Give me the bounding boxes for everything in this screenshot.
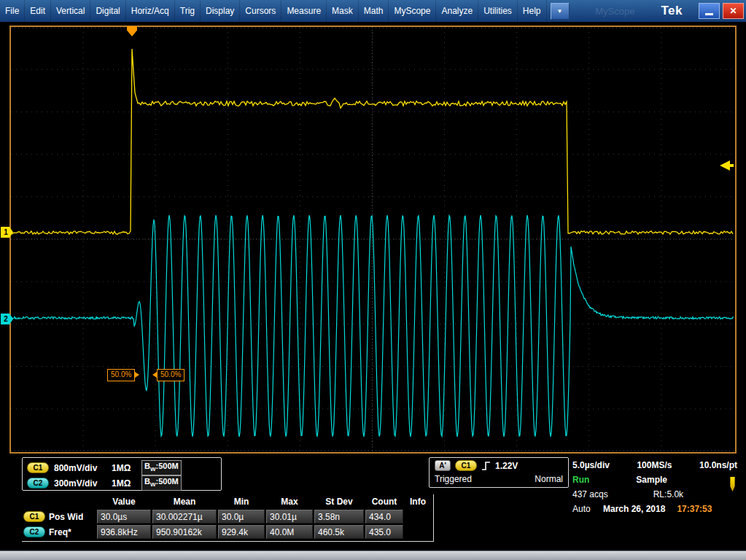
waveform-display: [11, 27, 734, 451]
timebase-row: 5.0µs/div 100MS/s 10.0ns/pt: [572, 458, 737, 472]
meas-cell: 30.0µs: [97, 510, 151, 524]
menu-myscope[interactable]: MyScope: [389, 0, 436, 22]
ch2-impedance: 1MΩ: [112, 478, 136, 489]
meas-cell: 936.8kHz: [97, 525, 151, 539]
meas-info-cell: [405, 525, 431, 539]
close-icon: ✕: [729, 6, 737, 16]
measurement-name: Pos Wid: [49, 512, 83, 522]
menu-measure[interactable]: Measure: [281, 0, 327, 22]
meas-cell: 950.90162k: [152, 525, 217, 539]
minimize-icon: [705, 13, 713, 15]
ref-level-flag-right: 50.0%: [157, 369, 184, 381]
ch2-bandwidth-badge: BW:500M: [141, 475, 182, 491]
trigger-level: 1.22V: [495, 461, 518, 471]
trigger-readout-box[interactable]: A' C1 1.22V Triggered Normal: [429, 457, 569, 488]
menu-trig[interactable]: Trig: [175, 0, 201, 22]
header-blank: [22, 494, 96, 509]
ch2-scale: 300mV/div: [54, 478, 106, 489]
meas-cell: 3.58n: [314, 510, 364, 524]
meas-cell: 460.5k: [314, 525, 364, 539]
header-value: Value: [96, 494, 152, 509]
meas-cell: 434.0: [365, 510, 403, 524]
date-label: March 26, 2018: [603, 502, 665, 516]
channel-settings-box[interactable]: C1 800mV/div 1MΩ BW:500M C2 300mV/div 1M…: [22, 457, 222, 491]
resolution: 10.0ns/pt: [699, 458, 737, 472]
measurement-label: C2 Freq*: [22, 524, 96, 540]
tek-logo: Tek: [661, 4, 683, 18]
menu-cursors[interactable]: Cursors: [240, 0, 281, 22]
measurement-row-ch2[interactable]: C2 Freq* 936.8kHz 950.90162k 929.4k 40.0…: [22, 524, 432, 540]
header-min: Min: [217, 494, 265, 509]
menubar-spacer: [570, 0, 596, 22]
menu-mask[interactable]: Mask: [327, 0, 359, 22]
ch2-settings-row[interactable]: C2 300mV/div 1MΩ BW:500M: [27, 475, 217, 491]
meas-cell: 30.01µ: [266, 510, 313, 524]
record-length: RL:5.0k: [653, 487, 683, 502]
ref-level-flag-left: 50.0%: [107, 369, 135, 381]
readout-panel: C1 800mV/div 1MΩ BW:500M C2 300mV/div 1M…: [0, 454, 746, 551]
menu-horiz-acq[interactable]: Horiz/Acq: [126, 0, 175, 22]
channel-2-badge: C2: [27, 478, 49, 489]
measurement-table: Value Mean Min Max St Dev Count Info C1 …: [22, 494, 434, 542]
acq-count-row: 437 acqs RL:5.0k: [572, 487, 737, 502]
ch1-impedance: 1MΩ: [112, 463, 136, 473]
minimize-button[interactable]: [699, 3, 720, 19]
trigger-mode: Normal: [535, 474, 563, 484]
measurement-header-row: Value Mean Min Max St Dev Count Info: [22, 494, 432, 509]
bw-text-part: B: [144, 477, 150, 486]
channel-1-badge: C1: [27, 462, 49, 473]
ch1-scale: 800mV/div: [54, 463, 106, 473]
chevron-down-icon: ▼: [557, 8, 563, 15]
bw-text-part: :500M: [156, 462, 179, 470]
measurement-label: C1 Pos Wid: [22, 509, 96, 524]
meas-cell: 40.0M: [266, 525, 313, 539]
trigger-auto-mode: Auto: [572, 502, 603, 516]
run-state: Run: [572, 472, 589, 487]
bw-text-part: W: [150, 466, 156, 472]
menu-analyze[interactable]: Analyze: [436, 0, 478, 22]
acquisition-readout: 5.0µs/div 100MS/s 10.0ns/pt Run Sample 4…: [572, 458, 737, 516]
meas-info-cell: [405, 510, 431, 524]
menu-digital[interactable]: Digital: [90, 0, 125, 22]
time-label: 17:37:53: [677, 502, 712, 516]
header-mean: Mean: [152, 494, 217, 509]
bw-text-part: W: [150, 481, 156, 488]
meas-cell: 435.0: [365, 525, 403, 539]
header-count: Count: [365, 494, 404, 509]
oscilloscope-screen: File Edit Vertical Digital Horiz/Acq Tri…: [0, 0, 746, 560]
header-stdev: St Dev: [314, 494, 365, 509]
menu-file[interactable]: File: [0, 0, 25, 22]
bw-text-part: B: [144, 462, 150, 470]
trigger-a-badge: A': [435, 460, 451, 471]
taskbar-strip: [0, 551, 746, 560]
header-max: Max: [265, 494, 314, 509]
ghost-myscope-label: MyScope: [595, 6, 634, 17]
bw-text-part: :500M: [156, 477, 179, 486]
acq-count: 437 acqs: [572, 487, 608, 502]
meas-cell: 30.0µ: [218, 510, 265, 524]
measurement-name: Freq*: [49, 527, 71, 537]
menu-utilities[interactable]: Utilities: [478, 0, 518, 22]
menu-help[interactable]: Help: [518, 0, 547, 22]
acq-mode: Sample: [636, 472, 667, 487]
trigger-status: Triggered: [435, 474, 472, 484]
menu-display[interactable]: Display: [201, 0, 240, 22]
ch1-settings-row[interactable]: C1 800mV/div 1MΩ BW:500M: [27, 460, 217, 475]
menu-edit[interactable]: Edit: [25, 0, 51, 22]
menu-vertical[interactable]: Vertical: [51, 0, 90, 22]
date-time-row: Auto March 26, 2018 17:37:53: [572, 502, 737, 516]
menu-math[interactable]: Math: [359, 0, 389, 22]
close-button[interactable]: ✕: [723, 3, 744, 19]
channel-2-badge: C2: [23, 526, 45, 537]
menu-dropdown-button[interactable]: ▼: [551, 3, 570, 20]
header-info: Info: [404, 494, 432, 509]
trigger-source-row: A' C1 1.22V: [435, 460, 563, 471]
measurement-row-ch1[interactable]: C1 Pos Wid 30.0µs 30.002271µ 30.0µ 30.01…: [22, 509, 432, 524]
run-state-row: Run Sample: [572, 472, 737, 487]
meas-cell: 929.4k: [218, 525, 265, 539]
trigger-status-row: Triggered Normal: [435, 474, 563, 484]
channel-1-badge: C1: [23, 511, 45, 522]
menu-bar: File Edit Vertical Digital Horiz/Acq Tri…: [0, 0, 746, 22]
meas-cell: 30.002271µ: [152, 510, 217, 524]
rising-edge-icon: [481, 460, 491, 471]
